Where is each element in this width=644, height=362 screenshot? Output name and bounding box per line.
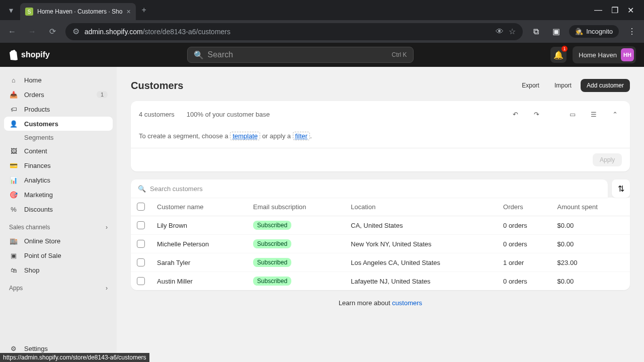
cell-location: New York NY, United States [345, 235, 497, 253]
menu-icon[interactable]: ⋮ [625, 25, 639, 39]
row-checkbox[interactable] [137, 221, 145, 229]
side-panel-icon[interactable]: ▣ [549, 25, 563, 39]
nav-home[interactable]: ⌂Home [4, 73, 113, 87]
nav-segments[interactable]: Segments [4, 131, 113, 144]
nav-analytics[interactable]: 📊Analytics [4, 173, 113, 187]
collapse-button[interactable]: ⌃ [608, 107, 622, 121]
customer-search-input[interactable]: 🔍 Search customers [131, 179, 608, 198]
subscribed-badge: Subscribed [253, 239, 291, 248]
store-switcher[interactable]: Home Haven HH [573, 46, 636, 63]
nav-finances[interactable]: 💳Finances [4, 158, 113, 172]
row-checkbox[interactable] [137, 258, 145, 266]
segment-card: 4 customers 100% of your customer base ↶… [131, 101, 630, 171]
new-tab-button[interactable]: + [142, 6, 146, 15]
browser-status-bar: https://admin.shopify.com/store/de8143-a… [0, 353, 149, 362]
incognito-chip[interactable]: 🕵 Incognito [569, 25, 619, 38]
nav-discounts[interactable]: %Discounts [4, 202, 113, 216]
close-window-icon[interactable]: ✕ [627, 6, 634, 15]
maximize-icon[interactable]: ❐ [611, 6, 618, 15]
segment-editor[interactable]: To create a segment, choose a template o… [131, 127, 630, 148]
store-icon: 🏬 [9, 236, 18, 245]
table-row[interactable]: Lily BrownSubscribedCA, United States0 o… [131, 216, 630, 235]
shopify-logo[interactable]: shopify [8, 49, 50, 60]
table-row[interactable]: Michelle PetersonSubscribedNew York NY, … [131, 235, 630, 253]
extensions-icon[interactable]: ⧉ [529, 25, 543, 39]
template-link[interactable]: template [230, 132, 260, 140]
nav-point-of-sale[interactable]: ▣Point of Sale [4, 248, 113, 262]
browser-tab[interactable]: S Home Haven · Customers · Sho × [20, 3, 136, 20]
subscribed-badge: Subscribed [253, 221, 291, 230]
chevron-right-icon: › [106, 224, 108, 231]
nav-customers[interactable]: 👤Customers [4, 117, 113, 131]
col-location[interactable]: Location [345, 198, 497, 216]
bookmark-icon[interactable]: ☆ [509, 27, 516, 36]
back-button[interactable]: ← [5, 25, 19, 39]
cell-name: Michelle Peterson [151, 235, 247, 253]
minimize-icon[interactable]: — [594, 6, 602, 15]
nav-marketing[interactable]: 🎯Marketing [4, 188, 113, 202]
chevron-right-icon: › [106, 285, 108, 292]
discounts-icon: % [9, 205, 18, 214]
reload-button[interactable]: ⟳ [45, 25, 59, 39]
cell-amount: $0.00 [551, 235, 630, 253]
export-button[interactable]: Export [516, 79, 545, 92]
row-checkbox[interactable] [137, 277, 145, 285]
gear-icon: ⚙ [9, 344, 18, 353]
section-sales-channels[interactable]: Sales channels› [4, 217, 113, 234]
nav-content[interactable]: 🖼Content [4, 144, 113, 158]
apply-button[interactable]: Apply [593, 153, 622, 166]
table-row[interactable]: Sarah TylerSubscribedLos Angeles CA, Uni… [131, 253, 630, 272]
add-customer-button[interactable]: Add customer [581, 79, 630, 92]
undo-button[interactable]: ↶ [508, 107, 522, 121]
customers-table: Customer name Email subscription Locatio… [131, 198, 630, 290]
col-orders[interactable]: Orders [497, 198, 551, 216]
bell-icon: 🔔 [553, 50, 564, 60]
address-bar[interactable]: ⚙ admin.shopify.com/store/de8143-a6/cust… [65, 23, 523, 40]
select-all-checkbox[interactable] [137, 203, 145, 211]
subscribed-badge: Subscribed [253, 258, 291, 267]
browser-chrome: ▾ S Home Haven · Customers · Sho × + — ❐… [0, 0, 644, 43]
filter-link[interactable]: filter [293, 132, 310, 140]
url-text: admin.shopify.com/store/de8143-a6/custom… [85, 28, 491, 36]
home-icon: ⌂ [9, 75, 18, 84]
global-search[interactable]: 🔍 Search Ctrl K [187, 47, 414, 63]
nav-online-store[interactable]: 🏬Online Store [4, 234, 113, 248]
filter-button[interactable]: ☰ [587, 107, 601, 121]
store-avatar: HH [621, 48, 634, 61]
cell-amount: $0.00 [551, 272, 630, 291]
tracking-icon[interactable]: 👁 [496, 27, 504, 36]
table-row[interactable]: Austin MillerSubscribedLafayette NJ, Uni… [131, 272, 630, 291]
cell-email: Subscribed [247, 253, 345, 272]
cell-location: Lafayette NJ, United States [345, 272, 497, 291]
tab-list-dropdown[interactable]: ▾ [4, 3, 18, 17]
browser-toolbar: ← → ⟳ ⚙ admin.shopify.com/store/de8143-a… [0, 20, 644, 43]
customer-percent: 100% of your customer base [187, 111, 270, 118]
nav-orders[interactable]: 📥Orders1 [4, 87, 113, 102]
cell-location: CA, United States [345, 216, 497, 235]
sidebar: ⌂Home 📥Orders1 🏷Products 👤Customers Segm… [0, 67, 117, 362]
cell-orders: 0 orders [497, 216, 551, 235]
notifications-button[interactable]: 🔔 1 [550, 47, 567, 63]
tab-close-icon[interactable]: × [126, 8, 130, 16]
customers-help-link[interactable]: customers [392, 299, 422, 307]
nav-shop[interactable]: 🛍Shop [4, 263, 113, 277]
sort-button[interactable]: ⇅ [612, 179, 630, 198]
redo-button[interactable]: ↷ [529, 107, 543, 121]
content-icon: 🖼 [9, 146, 18, 155]
col-email[interactable]: Email subscription [247, 198, 345, 216]
section-apps[interactable]: Apps› [4, 278, 113, 295]
row-checkbox[interactable] [137, 240, 145, 248]
templates-button[interactable]: ▭ [566, 107, 580, 121]
marketing-icon: 🎯 [9, 190, 18, 199]
window-controls: — ❐ ✕ [594, 6, 640, 15]
app-header: shopify 🔍 Search Ctrl K 🔔 1 Home Haven H… [0, 43, 644, 67]
nav-products[interactable]: 🏷Products [4, 102, 113, 116]
col-name[interactable]: Customer name [151, 198, 247, 216]
sort-icon: ⇅ [618, 184, 624, 194]
forward-button[interactable]: → [25, 25, 39, 39]
customers-icon: 👤 [9, 119, 18, 128]
site-settings-icon[interactable]: ⚙ [72, 27, 79, 36]
import-button[interactable]: Import [548, 79, 578, 92]
finances-icon: 💳 [9, 161, 18, 170]
col-amount[interactable]: Amount spent [551, 198, 630, 216]
